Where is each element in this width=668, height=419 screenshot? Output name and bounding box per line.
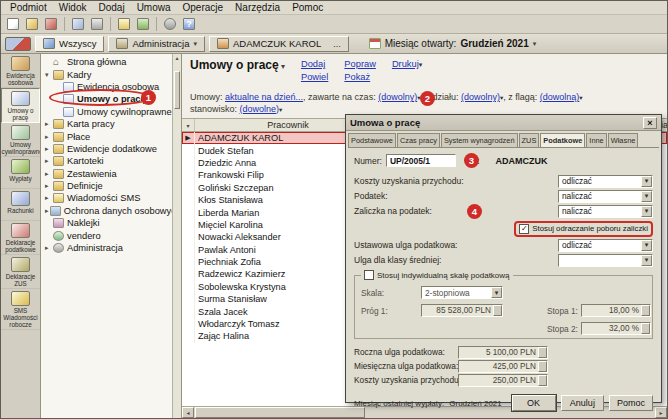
caret-right-icon[interactable]: [45, 145, 53, 153]
module-rachunki[interactable]: Rachunki: [1, 189, 40, 221]
open-month-selector[interactable]: Miesiąc otwarty: Grudzień 2021 ▾: [363, 36, 543, 52]
tree-item-definicje[interactable]: Definicje: [41, 180, 181, 192]
tree-item-naklejki[interactable]: Naklejki: [41, 217, 181, 229]
tree-item-zestawienia[interactable]: Zestawienia: [41, 168, 181, 180]
powiel-link[interactable]: Powiel: [301, 72, 328, 82]
tree-item-ewidencje-dodatkowe[interactable]: Ewidencje dodatkowe: [41, 143, 181, 155]
tree-item-umowy-cywilnoprawne[interactable]: Umowy cywilnoprawne: [41, 106, 181, 118]
calculator-icon[interactable]: [538, 375, 547, 386]
drukuj-link[interactable]: Drukuj: [392, 59, 422, 69]
caret-down-icon[interactable]: [45, 71, 53, 79]
tree-item-ochrona-danych[interactable]: Ochrona danych osobowych: [41, 205, 181, 217]
ulga-klasy-dropdown[interactable]: [558, 254, 653, 267]
mail-button[interactable]: [115, 16, 133, 33]
calculator-icon[interactable]: [493, 305, 502, 316]
odraczanie-checkbox[interactable]: ✓: [519, 224, 529, 234]
modules-panel-title[interactable]: Lista modułów: [1, 335, 4, 410]
anuluj-button[interactable]: Anuluj: [561, 395, 605, 411]
numer-input[interactable]: UP/2005/1: [386, 154, 456, 167]
tree-item-administracja[interactable]: Administracja: [41, 242, 181, 254]
zaliczka-dropdown[interactable]: naliczać: [558, 205, 653, 218]
module-deklaracje-zus[interactable]: Deklaracje ZUS: [1, 255, 40, 289]
roczna-ulga-field[interactable]: 5 100,00 PLN: [458, 346, 548, 359]
pokaz-link[interactable]: Pokaż: [344, 72, 376, 82]
filter-date-link[interactable]: aktualne na dzień...: [225, 92, 303, 102]
scrollbar-thumb[interactable]: [195, 407, 365, 418]
tab-podstawowe[interactable]: Podstawowe: [348, 133, 396, 147]
tab-wszyscy[interactable]: Wszyscy: [35, 36, 104, 52]
tab-zus[interactable]: ZUS: [519, 133, 540, 147]
filter-stanowisko-value[interactable]: (dowolne): [240, 104, 283, 114]
module-ewidencja-osobowa[interactable]: Ewidencja osobowa: [1, 54, 40, 88]
dialog-titlebar[interactable]: Umowa o pracę ×: [346, 115, 661, 131]
calculator-icon[interactable]: [641, 323, 650, 334]
copy-button[interactable]: [69, 16, 87, 33]
tree-item-kadry[interactable]: Kadry: [41, 68, 181, 80]
ok-button[interactable]: OK: [512, 395, 556, 411]
menu-pomoc[interactable]: Pomoc: [286, 1, 329, 14]
caret-right-icon[interactable]: [45, 194, 53, 202]
scrollbar-thumb[interactable]: [174, 71, 180, 109]
menu-narzedzia[interactable]: Narzędzia: [229, 1, 286, 14]
tree-item-umowy-o-prace[interactable]: Umowy o pracę: [41, 93, 181, 105]
koszty-kwota-field[interactable]: 250,00 PLN: [458, 374, 548, 387]
help-button[interactable]: ?: [180, 16, 198, 33]
caret-right-icon[interactable]: [45, 207, 50, 215]
odraczanie-label[interactable]: Stosuj odraczanie poboru zaliczki: [532, 224, 648, 233]
skala-dropdown[interactable]: 2-stopniowa: [421, 286, 503, 299]
menu-dodaj[interactable]: Dodaj: [92, 1, 130, 14]
calculator-icon[interactable]: [538, 361, 547, 372]
module-sms-wiadomosci[interactable]: SMS Wiadomości robocze: [1, 289, 40, 330]
pomoc-button[interactable]: Pomoc: [609, 395, 653, 411]
caret-right-icon[interactable]: [45, 170, 53, 178]
tree-item-wiadomosci-sms[interactable]: Wiadomości SMS: [41, 192, 181, 204]
module-wyplaty[interactable]: Wypłaty: [1, 157, 40, 189]
dodaj-link[interactable]: Dodaj: [301, 59, 328, 69]
tab-administracja[interactable]: Administracja ▾: [108, 36, 205, 52]
tree-item-place[interactable]: Płace: [41, 130, 181, 142]
tree-scrollbar[interactable]: ▴: [172, 54, 181, 418]
ustawowa-ulga-dropdown[interactable]: odliczać: [558, 239, 653, 252]
close-icon[interactable]: ×: [643, 117, 657, 129]
filter-zawarte-value[interactable]: (dowolny): [378, 92, 420, 102]
filter-dzial-value[interactable]: (dowolny): [461, 92, 503, 102]
stopa2-field[interactable]: 32,00 %: [581, 322, 651, 335]
caret-right-icon[interactable]: [45, 182, 53, 190]
miesieczna-ulga-field[interactable]: 425,00 PLN: [458, 360, 548, 373]
calculator-icon[interactable]: [641, 305, 650, 316]
menu-widok[interactable]: Widok: [53, 1, 93, 14]
module-deklaracje-podatkowe[interactable]: Deklaracje podatkowe: [1, 221, 40, 255]
tree-item-kartoteki[interactable]: Kartoteki: [41, 155, 181, 167]
calculator-icon[interactable]: [538, 347, 547, 358]
print-button[interactable]: [88, 16, 106, 33]
caret-right-icon[interactable]: [45, 133, 53, 141]
tab-inne[interactable]: Inne: [586, 133, 606, 147]
scroll-left-icon[interactable]: ◂: [182, 407, 194, 418]
new-button[interactable]: [4, 16, 22, 33]
tab-system-wynagrodzen[interactable]: System wynagrodzeń: [441, 133, 518, 147]
tab-adamczuk-karol[interactable]: ADAMCZUK KAROL ...: [209, 36, 349, 52]
delete-button[interactable]: [42, 16, 60, 33]
module-umowy-o-prace[interactable]: Umowy o pracę: [1, 88, 40, 123]
menu-podmiot[interactable]: Podmiot: [4, 1, 53, 14]
menu-operacje[interactable]: Operacje: [177, 1, 230, 14]
caret-right-icon[interactable]: [45, 244, 53, 252]
popraw-link[interactable]: Popraw: [344, 59, 376, 69]
page-title[interactable]: Umowy o pracę: [190, 58, 285, 72]
tree-item-karta-pracy[interactable]: Karta pracy: [41, 118, 181, 130]
prog1-field[interactable]: 85 528,00 PLN: [421, 304, 503, 317]
column-chooser[interactable]: [182, 119, 195, 131]
filter-flaga-value[interactable]: (dowolną): [540, 92, 583, 102]
edit-button[interactable]: [23, 16, 41, 33]
skala-checkbox[interactable]: [364, 270, 374, 280]
tree-item-ewidencja-osobowa[interactable]: Ewidencja osobowa: [41, 81, 181, 93]
podatek-dropdown[interactable]: naliczać: [558, 190, 653, 203]
module-umowy-cywilnoprawne[interactable]: Umowy cywilnoprawne: [1, 123, 40, 157]
tree-item-strona-glowna[interactable]: ⌂ Strona główna: [41, 56, 181, 68]
koszty-dropdown[interactable]: odliczać: [558, 175, 653, 188]
tab-czas-pracy[interactable]: Czas pracy: [397, 133, 440, 147]
chart-button[interactable]: [134, 16, 152, 33]
tab-wlasne[interactable]: Własne: [608, 133, 639, 147]
caret-right-icon[interactable]: [45, 120, 53, 128]
browse-ellipsis[interactable]: ...: [325, 39, 341, 49]
